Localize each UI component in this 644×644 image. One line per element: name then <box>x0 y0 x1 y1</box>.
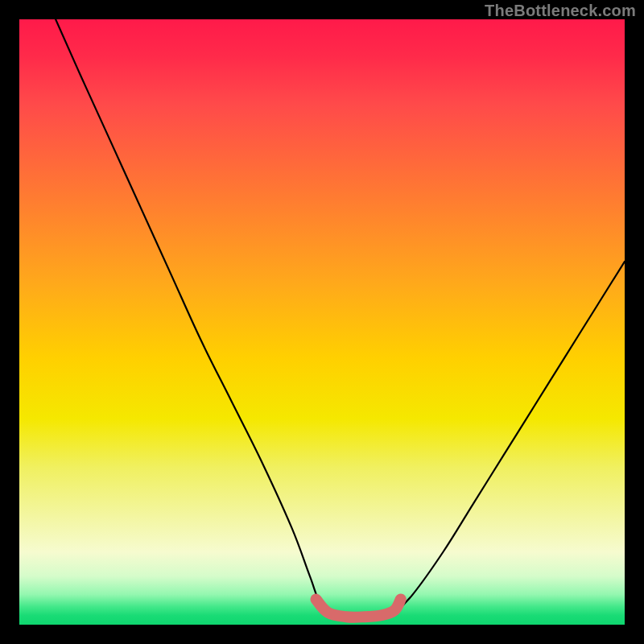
flat-bump <box>316 599 400 617</box>
bottleneck-curve <box>56 19 625 620</box>
chart-frame: TheBottleneck.com <box>0 0 644 644</box>
watermark-text: TheBottleneck.com <box>485 2 636 20</box>
curve-layer <box>19 19 625 625</box>
plot-area <box>19 19 625 625</box>
